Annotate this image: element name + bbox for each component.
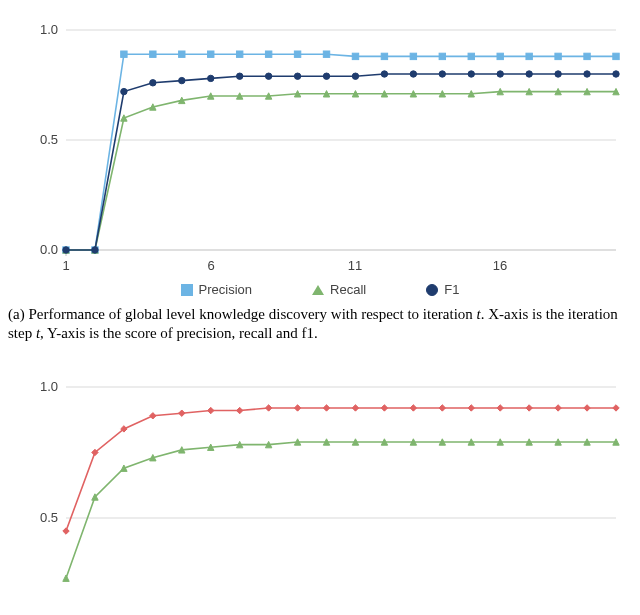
legend-label-f1: F1 <box>444 282 459 297</box>
legend-item-f1: F1 <box>426 282 459 297</box>
svg-point-53 <box>323 73 329 79</box>
caption-a-text3: , Y-axis is the score of precision, reca… <box>40 325 318 341</box>
svg-marker-82 <box>526 404 532 410</box>
svg-rect-18 <box>468 53 474 59</box>
svg-point-50 <box>236 73 242 79</box>
ytick-b-1.0: 1.0 <box>40 379 58 394</box>
svg-point-44 <box>63 247 69 253</box>
svg-marker-86 <box>63 574 69 580</box>
svg-marker-69 <box>150 412 156 418</box>
svg-rect-11 <box>265 51 271 57</box>
svg-rect-9 <box>208 51 214 57</box>
svg-point-59 <box>497 71 503 77</box>
svg-point-45 <box>92 247 98 253</box>
svg-marker-76 <box>352 404 358 410</box>
caption-a: (a) Performance of global level knowledg… <box>0 299 640 357</box>
svg-marker-71 <box>208 407 214 413</box>
svg-marker-73 <box>265 404 271 410</box>
svg-point-52 <box>294 73 300 79</box>
caption-a-text1: (a) Performance of global level knowledg… <box>8 306 477 322</box>
svg-rect-6 <box>121 51 127 57</box>
svg-rect-10 <box>236 51 242 57</box>
chart-bottom-svg: 1.0 0.5 <box>18 367 622 597</box>
svg-point-51 <box>265 73 271 79</box>
svg-rect-16 <box>410 53 416 59</box>
chart-bottom-panel: 1.0 0.5 <box>0 357 640 597</box>
chart-top-series <box>63 51 619 253</box>
svg-rect-22 <box>584 53 590 59</box>
svg-marker-83 <box>555 404 561 410</box>
legend-label-precision: Precision <box>199 282 252 297</box>
svg-rect-12 <box>294 51 300 57</box>
svg-rect-13 <box>323 51 329 57</box>
xtick-11: 11 <box>348 258 362 273</box>
xtick-16: 16 <box>493 258 507 273</box>
svg-marker-80 <box>468 404 474 410</box>
chart-top-svg: 1.0 0.5 0.0 1 6 11 16 <box>18 10 622 278</box>
svg-rect-17 <box>439 53 445 59</box>
svg-marker-85 <box>613 404 619 410</box>
xtick-1: 1 <box>62 258 69 273</box>
svg-rect-23 <box>613 53 619 59</box>
svg-point-56 <box>410 71 416 77</box>
svg-point-57 <box>439 71 445 77</box>
svg-point-61 <box>555 71 561 77</box>
svg-marker-79 <box>439 404 445 410</box>
legend-item-recall: Recall <box>312 282 366 297</box>
svg-rect-14 <box>352 53 358 59</box>
svg-point-46 <box>121 88 127 94</box>
svg-marker-75 <box>323 404 329 410</box>
svg-point-60 <box>526 71 532 77</box>
chart-bottom: 1.0 0.5 <box>18 367 622 597</box>
svg-marker-78 <box>410 404 416 410</box>
svg-rect-8 <box>179 51 185 57</box>
xtick-6: 6 <box>207 258 214 273</box>
svg-point-63 <box>613 71 619 77</box>
svg-marker-74 <box>294 404 300 410</box>
circle-icon <box>426 284 438 296</box>
ytick-1.0: 1.0 <box>40 22 58 37</box>
svg-marker-70 <box>179 409 185 415</box>
svg-point-54 <box>352 73 358 79</box>
legend-item-precision: Precision <box>181 282 252 297</box>
svg-point-58 <box>468 71 474 77</box>
svg-point-55 <box>381 71 387 77</box>
svg-marker-66 <box>63 527 69 533</box>
svg-rect-21 <box>555 53 561 59</box>
svg-marker-81 <box>497 404 503 410</box>
svg-rect-7 <box>150 51 156 57</box>
svg-rect-15 <box>381 53 387 59</box>
chart-top: 1.0 0.5 0.0 1 6 11 16 <box>18 10 622 278</box>
svg-point-47 <box>150 80 156 86</box>
svg-marker-77 <box>381 404 387 410</box>
chart-top-legend: Precision Recall F1 <box>0 278 640 299</box>
svg-marker-84 <box>584 404 590 410</box>
triangle-icon <box>312 285 324 295</box>
ytick-0.5: 0.5 <box>40 132 58 147</box>
svg-rect-20 <box>526 53 532 59</box>
ytick-0.0: 0.0 <box>40 242 58 257</box>
legend-label-recall: Recall <box>330 282 366 297</box>
svg-point-48 <box>179 77 185 83</box>
chart-bottom-series <box>63 404 619 581</box>
chart-top-panel: 1.0 0.5 0.0 1 6 11 16 Precision Recall F… <box>0 10 640 357</box>
ytick-b-0.5: 0.5 <box>40 510 58 525</box>
svg-point-62 <box>584 71 590 77</box>
svg-marker-72 <box>236 407 242 413</box>
square-icon <box>181 284 193 296</box>
svg-point-49 <box>208 75 214 81</box>
svg-rect-19 <box>497 53 503 59</box>
